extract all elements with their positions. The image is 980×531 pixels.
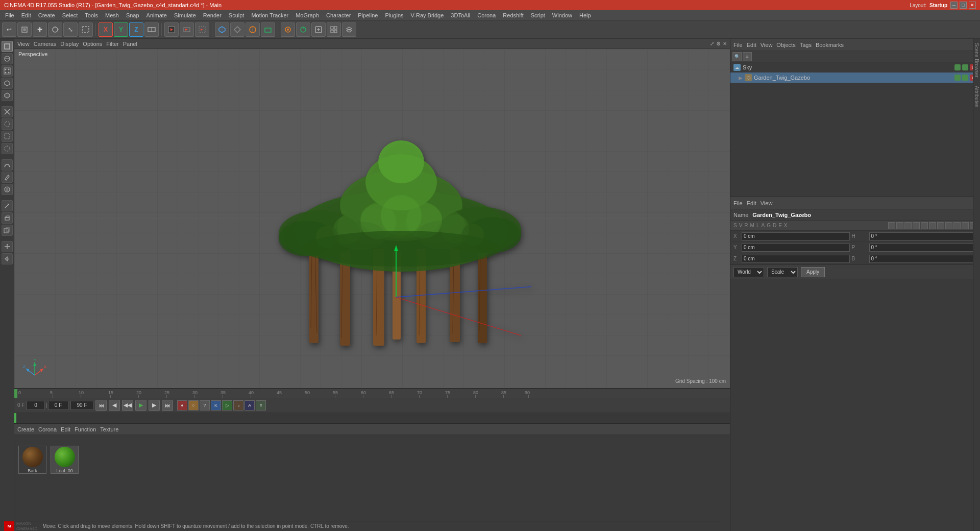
y-axis-button[interactable]: Y xyxy=(114,22,128,37)
menu-sculpt[interactable]: Sculpt xyxy=(226,11,248,19)
goto-start-button[interactable]: ⏮ xyxy=(95,400,107,411)
play-button[interactable]: ▶ xyxy=(135,400,146,411)
texture-tool[interactable] xyxy=(2,53,13,64)
obj-menu-objects[interactable]: Objects xyxy=(776,42,795,48)
obj-menu-file[interactable]: File xyxy=(733,42,743,48)
material-bark[interactable]: Bark xyxy=(18,446,46,474)
mat-menu-corona[interactable]: Corona xyxy=(38,426,57,432)
gazebo-vis-btn[interactable] xyxy=(954,75,961,81)
grid-keyframe-button[interactable]: ≡ xyxy=(256,400,266,411)
minimize-button[interactable]: ─ xyxy=(950,2,958,9)
menu-edit[interactable]: Edit xyxy=(18,11,34,19)
snap-button[interactable] xyxy=(281,22,295,37)
clone-tool[interactable] xyxy=(2,225,13,236)
attr-btn-2[interactable] xyxy=(896,222,903,229)
timeline-track[interactable] xyxy=(14,413,730,423)
display-settings-button[interactable] xyxy=(311,22,326,37)
menu-character[interactable]: Character xyxy=(323,11,354,19)
viewport-menu-display[interactable]: Display xyxy=(60,41,79,47)
right-view-button[interactable] xyxy=(246,22,260,37)
end-frame-input[interactable] xyxy=(70,401,93,410)
obj-menu-tags[interactable]: Tags xyxy=(800,42,812,48)
menu-animate[interactable]: Animate xyxy=(143,11,170,19)
move-tool-button[interactable]: ✚ xyxy=(33,22,47,37)
transfer-tool[interactable] xyxy=(2,253,13,264)
layers-button[interactable] xyxy=(342,22,356,37)
model-tool[interactable] xyxy=(2,41,13,52)
close-button[interactable]: ✕ xyxy=(969,2,976,9)
object-mode-button[interactable] xyxy=(17,22,32,37)
menu-redshift[interactable]: Redshift xyxy=(500,11,526,19)
menu-mesh[interactable]: Mesh xyxy=(102,11,122,19)
viewport-maximize-icon[interactable]: ⤢ xyxy=(710,41,714,46)
rectangle-select-tool[interactable] xyxy=(2,131,13,142)
play-record-button[interactable]: ▷ xyxy=(222,400,232,411)
viewport-menu-options[interactable]: Options xyxy=(83,41,102,47)
rotate-tool-button[interactable] xyxy=(48,22,62,37)
sky-vis-btn[interactable] xyxy=(954,64,961,70)
menu-motion-tracker[interactable]: Motion Tracker xyxy=(248,11,291,19)
p-rot-input[interactable] xyxy=(869,244,977,252)
render-picture-viewer-button[interactable] xyxy=(164,22,179,37)
viewport-menu-panel[interactable]: Panel xyxy=(123,41,137,47)
menu-select[interactable]: Select xyxy=(59,11,81,19)
perspective-view-button[interactable] xyxy=(215,22,229,37)
play-backwards-button[interactable]: ◀◀ xyxy=(122,400,133,411)
obj-menu-bookmarks[interactable]: Bookmarks xyxy=(816,42,844,48)
obj-menu-edit[interactable]: Edit xyxy=(747,42,756,48)
spline-tool[interactable] xyxy=(2,159,13,171)
extrude-tool[interactable] xyxy=(2,212,13,224)
lasso-select-tool[interactable] xyxy=(2,143,13,154)
attr-btn-3[interactable] xyxy=(904,222,912,229)
obj-search-button[interactable]: 🔍 xyxy=(732,52,742,61)
auto-keyframe-button[interactable]: A xyxy=(244,400,255,411)
frame-time-input[interactable] xyxy=(48,401,68,410)
attr-menu-file[interactable]: File xyxy=(733,200,743,206)
render-settings-button[interactable] xyxy=(296,22,310,37)
viewport-close-icon[interactable]: ✕ xyxy=(723,41,727,46)
world-dropdown[interactable]: World xyxy=(733,267,764,277)
world-mode-button[interactable] xyxy=(144,22,159,37)
edges-tool[interactable] xyxy=(2,78,13,89)
render-region-button[interactable] xyxy=(195,22,209,37)
mat-menu-edit[interactable]: Edit xyxy=(61,426,70,432)
menu-corona[interactable]: Corona xyxy=(474,11,499,19)
gazebo-lock-btn[interactable] xyxy=(962,75,968,81)
brush-tool[interactable] xyxy=(2,172,13,183)
current-frame-input[interactable] xyxy=(27,401,44,410)
viewport-settings-icon[interactable]: ⚙ xyxy=(716,41,721,46)
menu-mograph[interactable]: MoGraph xyxy=(292,11,322,19)
sky-lock-btn[interactable] xyxy=(962,64,968,70)
attr-btn-9[interactable] xyxy=(953,222,961,229)
tab-scene-browser[interactable]: Scene Browser xyxy=(973,39,980,82)
tab-attributes[interactable]: Attributes xyxy=(973,82,980,111)
menu-plugins[interactable]: Plugins xyxy=(382,11,406,19)
attr-btn-8[interactable] xyxy=(945,222,952,229)
paint-tool[interactable]: S xyxy=(2,184,13,195)
record-button[interactable]: ● xyxy=(177,400,187,411)
menu-tools[interactable]: Tools xyxy=(82,11,101,19)
menu-window[interactable]: Window xyxy=(549,11,575,19)
mat-menu-create[interactable]: Create xyxy=(17,426,34,432)
apply-button[interactable]: Apply xyxy=(801,267,825,277)
z-axis-button[interactable]: Z xyxy=(129,22,143,37)
front-view-button[interactable] xyxy=(261,22,275,37)
object-gazebo[interactable]: ▶ ⬡ Garden_Twig_Gazebo C xyxy=(730,73,980,83)
goto-end-button[interactable]: ⏭ xyxy=(162,400,173,411)
menu-3dtoall[interactable]: 3DToAll xyxy=(448,11,473,19)
menu-pipeline[interactable]: Pipeline xyxy=(355,11,381,19)
obj-filter-button[interactable]: ≡ xyxy=(743,52,752,61)
attr-menu-view[interactable]: View xyxy=(761,200,773,206)
material-leaf[interactable]: Leaf_00 xyxy=(51,446,79,474)
axis-tool[interactable] xyxy=(2,241,13,252)
scale-dropdown[interactable]: Scale xyxy=(767,267,798,277)
knife-tool[interactable] xyxy=(2,200,13,211)
viewport-menu-filter[interactable]: Filter xyxy=(106,41,118,47)
menu-simulate[interactable]: Simulate xyxy=(171,11,199,19)
menu-file[interactable]: File xyxy=(2,11,17,19)
x-pos-input[interactable] xyxy=(742,232,850,240)
y-pos-input[interactable] xyxy=(742,244,850,252)
viewport-menu-cameras[interactable]: Cameras xyxy=(34,41,57,47)
menu-script[interactable]: Script xyxy=(528,11,548,19)
keyframe-button[interactable]: K xyxy=(211,400,221,411)
